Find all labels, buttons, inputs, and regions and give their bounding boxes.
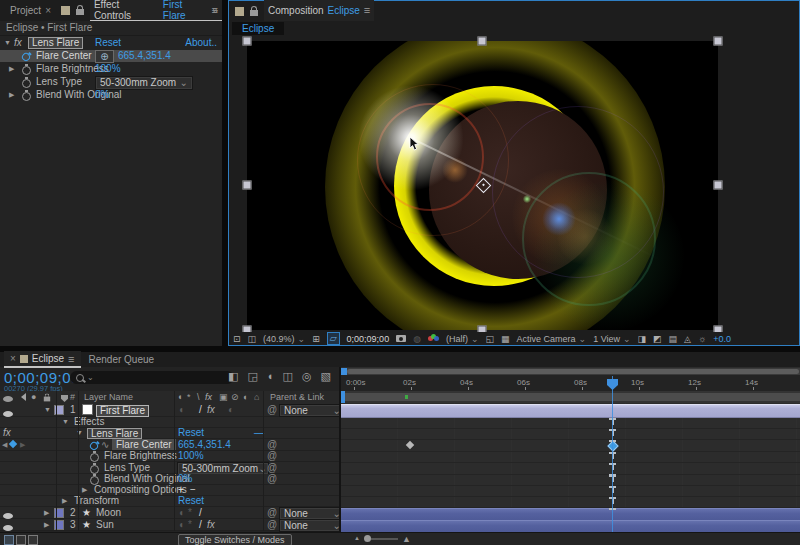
time-navigator-start-handle[interactable] xyxy=(341,368,347,375)
eye-icon[interactable] xyxy=(3,525,13,531)
resolution-select[interactable]: (Half) ⌄ xyxy=(446,334,479,344)
stopwatch-icon[interactable] xyxy=(90,465,99,474)
zoom-in-mountain-icon[interactable]: ▲ xyxy=(402,534,411,544)
group-row-transform[interactable]: ▶ Transform Reset xyxy=(0,496,339,507)
property-value[interactable]: 0% xyxy=(178,474,192,484)
lock-icon[interactable] xyxy=(250,10,258,16)
reset-exposure-icon[interactable]: ☼ xyxy=(698,334,706,344)
stopwatch-icon[interactable] xyxy=(22,79,31,88)
selection-handle[interactable] xyxy=(714,181,723,190)
zoom-out-mountain-icon[interactable]: ▲ xyxy=(354,535,360,541)
expand-triangle-icon[interactable]: ▶ xyxy=(9,63,14,75)
stopwatch-icon[interactable] xyxy=(22,92,31,101)
pickwhip-icon[interactable]: @ xyxy=(267,403,277,416)
close-icon[interactable]: × xyxy=(45,5,51,16)
expand-triangle-icon[interactable]: ▶ xyxy=(62,496,67,506)
fx-badge-icon[interactable]: fx xyxy=(14,37,22,49)
collapse-triangle-icon[interactable]: ▼ xyxy=(4,37,11,49)
view-layout-select[interactable]: 1 View ⌄ xyxy=(593,334,630,344)
layer-bar-first-flare[interactable] xyxy=(341,404,800,418)
pickwhip-icon[interactable]: @ xyxy=(267,451,277,461)
panel-menu-icon[interactable]: ≡ xyxy=(364,4,370,16)
stopwatch-icon[interactable] xyxy=(22,66,31,75)
tab-project[interactable]: Project × xyxy=(6,0,55,21)
tab-effect-controls[interactable]: Effect Controls First Flare ≡ xyxy=(90,0,222,22)
grid-guides-icon[interactable]: ⊞ xyxy=(312,334,320,344)
comp-marker[interactable] xyxy=(405,395,408,399)
work-area-start-handle[interactable] xyxy=(341,391,345,403)
layer-name[interactable]: Sun xyxy=(96,519,114,530)
expand-triangle-icon[interactable]: ▶ xyxy=(9,89,14,101)
shy-switch[interactable]: ◖ xyxy=(178,403,184,416)
expand-triangle-icon[interactable]: ▶ xyxy=(82,485,87,495)
param-value[interactable]: 665.4,351.4 xyxy=(118,50,171,62)
playhead-line[interactable] xyxy=(612,376,613,532)
timeline-zoom-knob[interactable] xyxy=(364,535,371,542)
draft-3d-icon[interactable]: ◲ xyxy=(247,370,257,383)
property-value[interactable]: 665.4,351.4 xyxy=(178,439,231,450)
effect-about-link[interactable]: About.. xyxy=(185,37,217,49)
composition-viewport[interactable] xyxy=(229,36,799,332)
stopwatch-icon[interactable] xyxy=(20,51,31,62)
transform-reset-button[interactable]: Reset xyxy=(178,496,204,506)
panel-overflow-icon[interactable]: » xyxy=(212,4,218,16)
show-channel-icon[interactable] xyxy=(428,334,439,343)
work-area-bar[interactable] xyxy=(341,391,800,403)
tab-composition[interactable]: Composition Eclipse ≡ xyxy=(264,0,374,23)
view-select[interactable]: Active Camera ⌄ xyxy=(517,334,587,344)
motion-blur-icon[interactable]: ◎ xyxy=(302,370,312,383)
param-row-flare-brightness[interactable]: ▶ Flare Brightness 100% xyxy=(0,63,222,75)
hide-shy-layers-icon[interactable]: ◖ xyxy=(267,370,274,383)
close-icon[interactable]: × xyxy=(10,353,16,364)
effect-reset-button[interactable]: Reset xyxy=(95,37,121,49)
layer-row-sun[interactable]: ▶ 3 ★ Sun ◖ * / fx @ None ⌄ xyxy=(0,519,339,531)
effect-row-lens-flare[interactable]: fx ▼ Lens Flare Reset — xyxy=(0,428,339,439)
quality-switch[interactable]: / xyxy=(199,507,202,518)
lock-icon[interactable] xyxy=(76,9,84,15)
fast-previews-icon[interactable]: ◩ xyxy=(653,334,662,344)
collapse-switch[interactable]: * xyxy=(188,507,192,518)
effect-name[interactable]: Lens Flare xyxy=(87,428,142,439)
effect-reset-button[interactable]: Reset xyxy=(178,428,204,438)
param-value[interactable]: 100% xyxy=(95,63,121,75)
composition-breadcrumb-tab[interactable]: Eclipse xyxy=(232,22,284,35)
toggle-switches-modes-button[interactable]: Toggle Switches / Modes xyxy=(178,534,292,545)
show-snapshot-icon[interactable]: ◍ xyxy=(413,334,421,344)
next-keyframe-icon[interactable]: ▶ xyxy=(20,439,25,450)
shy-switch[interactable]: ◖ xyxy=(178,519,184,530)
pickwhip-icon[interactable]: @ xyxy=(267,462,277,473)
expand-in-out-icon[interactable] xyxy=(28,535,38,545)
expand-layer-switches-icon[interactable] xyxy=(4,535,14,545)
expand-triangle-icon[interactable]: ▶ xyxy=(44,519,49,530)
quality-switch[interactable]: / xyxy=(199,403,202,416)
fx-switch[interactable]: fx xyxy=(207,403,215,416)
selection-handle[interactable] xyxy=(243,181,252,190)
keyframe-toggle-icon[interactable] xyxy=(9,440,17,448)
prev-keyframe-icon[interactable]: ◀ xyxy=(2,439,7,450)
comp-current-time[interactable]: 0;00;09;00 xyxy=(347,334,390,344)
timeline-timecode-block[interactable]: 0;00;09;00 00270 (29.97 fps) xyxy=(4,369,80,393)
group-row-compositing-options[interactable]: ▶ Compositing Options + − xyxy=(0,485,339,496)
layer-name[interactable]: Moon xyxy=(96,507,121,518)
always-preview-icon[interactable]: ⊡ xyxy=(233,334,241,344)
collapse-switch[interactable]: * xyxy=(188,519,192,530)
expand-triangle-icon[interactable]: ▶ xyxy=(44,507,49,518)
pickwhip-icon[interactable]: @ xyxy=(267,519,277,530)
work-area-region[interactable] xyxy=(343,393,800,401)
parent-select[interactable]: None ⌄ xyxy=(279,404,346,417)
layer-name-column-label[interactable]: Layer Name xyxy=(84,392,133,402)
time-navigator-bar[interactable] xyxy=(347,369,799,374)
primary-viewer-icon[interactable]: ◫ xyxy=(248,334,257,344)
quality-switch[interactable]: / xyxy=(199,519,202,530)
stopwatch-icon[interactable] xyxy=(88,440,99,451)
pixel-aspect-icon[interactable]: ◨ xyxy=(638,334,647,344)
stopwatch-icon[interactable] xyxy=(90,453,99,462)
selection-handle[interactable] xyxy=(714,37,723,46)
layer-row-moon[interactable]: ▶ 2 ★ Moon ◖ * / @ None ⌄ xyxy=(0,507,339,519)
property-label[interactable]: Flare Center xyxy=(112,439,176,450)
panel-menu-icon[interactable]: ≡ xyxy=(68,353,74,365)
comp-flowchart-icon[interactable]: ◬ xyxy=(684,334,691,344)
collapse-triangle-icon[interactable]: ▼ xyxy=(62,417,69,427)
parent-select[interactable]: None ⌄ xyxy=(279,519,346,532)
layer-row-first-flare[interactable]: ▼ 1 First Flare ◖ / fx ◐ @ None ⌄ xyxy=(0,403,339,417)
